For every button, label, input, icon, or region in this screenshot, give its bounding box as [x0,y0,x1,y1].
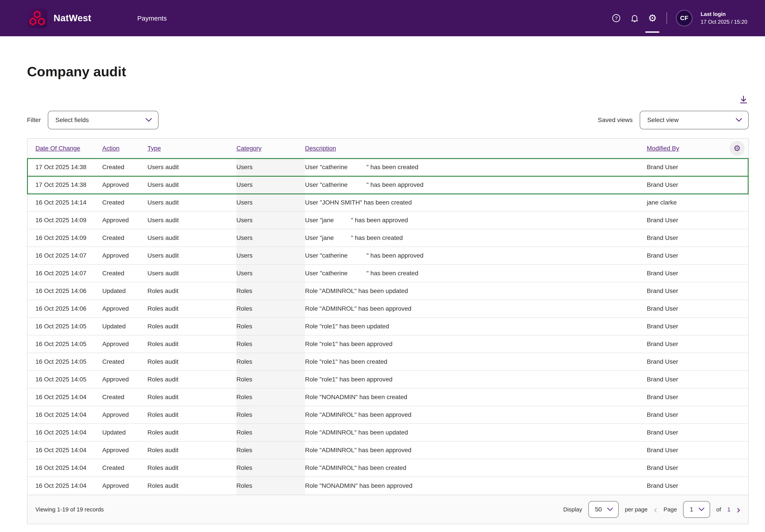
cell-type: Roles audit [147,353,237,370]
cell-action: Approved [102,371,147,388]
cell-actions [729,406,748,423]
cell-type: Roles audit [147,459,237,476]
cell-category: Roles [237,318,305,335]
cell-type: Roles audit [147,318,237,335]
table-row[interactable]: 16 Oct 2025 14:05 Updated Roles audit Ro… [27,318,748,336]
column-header-category[interactable]: Category [237,138,305,158]
cell-category: Roles [237,282,305,300]
cell-category: Users [237,229,305,247]
chevron-down-icon [736,118,742,122]
saved-views-select[interactable]: Select view [640,111,749,130]
next-page-button[interactable]: › [737,504,740,515]
cell-category: Roles [237,353,305,370]
table-row[interactable]: 16 Oct 2025 14:04 Created Roles audit Ro… [27,459,748,477]
column-header-type[interactable]: Type [147,138,237,158]
table-row[interactable]: 16 Oct 2025 14:04 Approved Roles audit R… [27,406,748,424]
cell-description: Role "role1" has been approved [305,371,647,388]
cell-category: Users [237,265,305,282]
records-count: Viewing 1-19 of 19 records [35,506,104,513]
cell-date: 16 Oct 2025 14:04 [35,459,102,476]
table-row[interactable]: 16 Oct 2025 14:04 Approved Roles audit R… [27,441,748,459]
table-row[interactable]: 16 Oct 2025 14:06 Updated Roles audit Ro… [27,282,748,300]
natwest-logo-icon[interactable] [27,8,47,28]
cell-type: Roles audit [147,389,237,406]
prev-page-button[interactable]: ‹ [654,504,657,515]
table-row[interactable]: 16 Oct 2025 14:04 Updated Roles audit Ro… [27,424,748,441]
cell-category: Roles [237,424,305,441]
cell-action: Updated [102,318,147,335]
cell-date: 16 Oct 2025 14:05 [35,353,102,370]
table-row[interactable]: 17 Oct 2025 14:38 Created Users audit Us… [27,158,748,176]
cell-actions [729,318,748,335]
cell-description: Role "role1" has been created [305,353,647,370]
avatar[interactable]: CF [676,10,693,27]
table-row[interactable]: 16 Oct 2025 14:09 Approved Users audit U… [27,212,748,229]
page-size-select[interactable]: 50 [588,501,619,518]
table-row[interactable]: 16 Oct 2025 14:07 Created Users audit Us… [27,265,748,282]
cell-category: Roles [237,459,305,476]
cell-modified-by: Brand User [647,406,729,423]
cell-category: Roles [237,406,305,423]
column-settings-cell: ⚙ [729,138,748,158]
last-login-value: 17 Oct 2025 / 15:20 [701,19,747,25]
cell-date: 16 Oct 2025 14:04 [35,424,102,441]
toolbar [27,95,749,105]
cell-category: Users [237,158,305,176]
cell-actions [729,441,748,459]
cell-type: Roles audit [147,371,237,388]
page-label: Page [664,506,677,513]
cell-actions [729,300,748,317]
bell-icon[interactable] [629,0,640,36]
header-right: ? ⚙ CF Last login 17 Oct 2025 / 15:20 [610,0,747,36]
table-row[interactable]: 16 Oct 2025 14:14 Created Users audit Us… [27,194,748,212]
table-header-row: Date Of Change Action Type Category Desc… [27,138,748,158]
cell-category: Roles [237,336,305,353]
cell-type: Roles audit [147,282,237,300]
cell-action: Created [102,459,147,476]
download-icon[interactable] [738,95,749,105]
table-row[interactable]: 16 Oct 2025 14:06 Approved Roles audit R… [27,300,748,318]
cell-action: Created [102,389,147,406]
column-header-action[interactable]: Action [102,138,147,158]
column-header-description[interactable]: Description [305,138,647,158]
cell-type: Roles audit [147,300,237,317]
column-header-date[interactable]: Date Of Change [35,138,102,158]
cell-actions [729,459,748,476]
nav-item-payments[interactable]: Payments [137,15,167,22]
cell-type: Users audit [147,176,237,193]
cell-date: 16 Oct 2025 14:04 [35,441,102,459]
cell-modified-by: jane clarke [647,194,729,211]
cell-modified-by: Brand User [647,247,729,264]
cell-actions [729,424,748,441]
page-size-value: 50 [595,506,602,513]
cell-date: 16 Oct 2025 14:04 [35,477,102,495]
page-number-select[interactable]: 1 [683,501,710,518]
page-title: Company audit [27,64,749,79]
gear-icon[interactable]: ⚙ [647,0,658,36]
table-row[interactable]: 16 Oct 2025 14:04 Approved Roles audit R… [27,477,748,495]
cell-category: Users [237,212,305,229]
table-row[interactable]: 16 Oct 2025 14:05 Created Roles audit Ro… [27,353,748,371]
cell-modified-by: Brand User [647,176,729,193]
total-pages[interactable]: 1 [727,506,730,513]
cell-description: Role "ADMINROL" has been updated [305,282,647,300]
svg-text:?: ? [615,15,618,21]
cell-date: 16 Oct 2025 14:09 [35,212,102,229]
column-header-modified-by[interactable]: Modified By [647,138,729,158]
cell-modified-by: Brand User [647,158,729,176]
table-row[interactable]: 16 Oct 2025 14:04 Created Roles audit Ro… [27,389,748,406]
cell-description: Role "ADMINROL" has been created [305,459,647,476]
cell-actions [729,229,748,247]
table-row[interactable]: 17 Oct 2025 14:38 Approved Users audit U… [27,176,748,194]
table-row[interactable]: 16 Oct 2025 14:05 Approved Roles audit R… [27,336,748,353]
header-divider [666,12,667,24]
cell-type: Roles audit [147,336,237,353]
filter-fields-select[interactable]: Select fields [48,111,159,130]
table-row[interactable]: 16 Oct 2025 14:05 Approved Roles audit R… [27,371,748,389]
table-row[interactable]: 16 Oct 2025 14:07 Approved Users audit U… [27,247,748,265]
table-row[interactable]: 16 Oct 2025 14:09 Created Users audit Us… [27,229,748,247]
filters-row: Filter Select fields Saved views Select … [27,111,749,130]
column-settings-gear-icon[interactable]: ⚙ [730,141,745,156]
cell-action: Approved [102,212,147,229]
help-icon[interactable]: ? [610,0,622,36]
